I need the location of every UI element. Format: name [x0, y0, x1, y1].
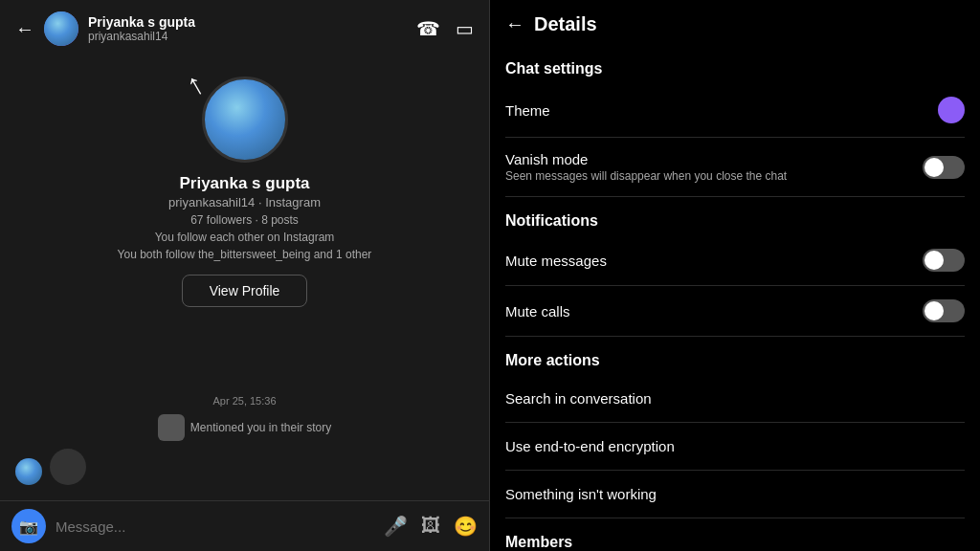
theme-row: Theme	[505, 87, 965, 133]
header-avatar	[44, 11, 78, 46]
toggle-knob	[924, 158, 944, 177]
swipe-up-arrow: ↑	[179, 65, 210, 103]
chat-area: Apr 25, 15:36 Mentioned you in their sto…	[0, 322, 489, 500]
header-name: Priyanka s gupta	[88, 14, 407, 30]
right-panel: ← Details Chat settings Theme Vanish mod…	[490, 0, 980, 551]
details-title: Details	[534, 13, 597, 35]
image-icon[interactable]: 🖼	[421, 515, 440, 538]
divider-2	[505, 196, 965, 197]
profile-avatar	[202, 77, 288, 163]
notifications-label: Notifications	[505, 201, 965, 239]
profile-name: Priyanka s gupta	[179, 174, 309, 193]
message-input-bar: 📷 🎤 🖼 😊	[0, 500, 489, 551]
right-header: ← Details	[490, 0, 980, 49]
end-to-end-encryption[interactable]: Use end-to-end encryption	[505, 427, 965, 466]
vanish-mode-info: Vanish mode Seen messages will disappear…	[505, 151, 787, 183]
header-avatar-img	[44, 11, 78, 46]
header-username: priyankasahil14	[88, 30, 407, 43]
details-back-icon[interactable]: ←	[505, 13, 524, 35]
more-actions-label: More actions	[505, 341, 965, 379]
divider-1	[505, 137, 965, 138]
mic-icon[interactable]: 🎤	[384, 515, 408, 538]
search-label: Search in conversation	[505, 390, 652, 407]
message-bubble	[50, 449, 86, 485]
something-not-working[interactable]: Something isn't working	[505, 474, 965, 514]
chat-settings-label: Chat settings	[505, 49, 965, 87]
date-label: Apr 25, 15:36	[15, 395, 474, 407]
profile-mutual1: You follow each other on Instagram	[155, 231, 335, 244]
profile-handle: priyankasahil14 · Instagram	[168, 195, 321, 209]
story-mention-row: Mentioned you in their story	[15, 414, 474, 441]
search-in-conversation[interactable]: Search in conversation	[505, 379, 965, 418]
profile-mutual2: You both follow the_bittersweet_being an…	[118, 248, 372, 261]
members-label: Members	[505, 522, 965, 551]
divider-7	[505, 518, 965, 518]
theme-color-dot[interactable]	[938, 97, 965, 123]
not-working-label: Something isn't working	[505, 486, 657, 502]
video-icon[interactable]: ▭	[456, 17, 474, 40]
mute-calls-toggle[interactable]	[923, 299, 965, 322]
view-profile-button[interactable]: View Profile	[182, 275, 308, 307]
left-header: ← Priyanka s gupta priyankasahil14 ☎ ▭	[0, 0, 489, 57]
mute-messages-row: Mute messages	[505, 239, 965, 281]
divider-4	[505, 336, 965, 337]
message-avatar	[15, 458, 42, 485]
theme-label: Theme	[505, 102, 550, 119]
profile-avatar-wrapper: ↑	[202, 77, 288, 163]
back-icon[interactable]: ←	[15, 18, 34, 40]
header-info: Priyanka s gupta priyankasahil14	[88, 14, 407, 43]
encryption-label: Use end-to-end encryption	[505, 438, 675, 454]
sticker-icon[interactable]: 😊	[454, 515, 478, 538]
message-row	[15, 449, 474, 485]
profile-section: ↑ Priyanka s gupta priyankasahil14 · Ins…	[0, 57, 489, 322]
message-input[interactable]	[56, 518, 374, 535]
divider-5	[505, 422, 965, 423]
vanish-mode-label: Vanish mode	[505, 151, 787, 167]
vanish-mode-row: Vanish mode Seen messages will disappear…	[505, 142, 965, 192]
header-icons: ☎ ▭	[416, 17, 474, 40]
details-content: Chat settings Theme Vanish mode Seen mes…	[490, 49, 980, 551]
mute-messages-label: Mute messages	[505, 253, 607, 269]
mute-calls-row: Mute calls	[505, 290, 965, 332]
mute-calls-label: Mute calls	[505, 303, 570, 320]
mute-messages-knob	[924, 251, 944, 270]
mute-calls-knob	[924, 301, 944, 320]
profile-stats: 67 followers · 8 posts	[190, 213, 299, 227]
input-icons: 🎤 🖼 😊	[384, 515, 478, 538]
mute-messages-toggle[interactable]	[923, 249, 965, 272]
vanish-mode-sub: Seen messages will disappear when you cl…	[505, 169, 787, 183]
divider-3	[505, 285, 965, 286]
vanish-mode-toggle[interactable]	[923, 156, 965, 179]
left-panel: ← Priyanka s gupta priyankasahil14 ☎ ▭ ↑…	[0, 0, 490, 551]
phone-icon[interactable]: ☎	[416, 17, 440, 40]
story-thumbnail	[158, 414, 185, 441]
story-mention-text: Mentioned you in their story	[190, 421, 331, 434]
camera-button[interactable]: 📷	[11, 509, 46, 543]
divider-6	[505, 470, 965, 471]
